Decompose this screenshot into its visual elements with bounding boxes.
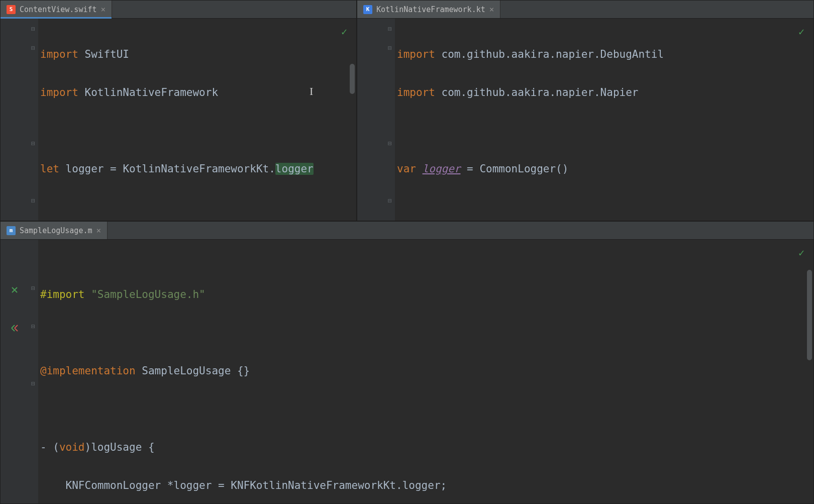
tab-bar: S ContentView.swift × bbox=[1, 1, 356, 19]
close-icon[interactable]: × bbox=[96, 226, 101, 235]
gutter: ⊟ ⊟ ⊟ ⊟ bbox=[357, 19, 395, 221]
fold-icon[interactable]: ⊟ bbox=[386, 26, 393, 33]
check-icon: ✓ bbox=[341, 26, 347, 38]
editor-pane-kotlin: K KotlinNativeFramework.kt × ⊟ ⊟ ⊟ ⊟ imp… bbox=[357, 0, 814, 221]
fold-icon[interactable]: ⊟ bbox=[30, 285, 37, 292]
code-area[interactable]: ⊟ ⊟ ⊟ ⊟ import com.github.aakira.napier.… bbox=[357, 19, 813, 221]
fold-icon[interactable]: ⊟ bbox=[30, 380, 37, 387]
gutter: ⊟ ⊟ ⊟ ⊟ bbox=[1, 19, 38, 221]
tab-kotlin-native[interactable]: K KotlinNativeFramework.kt × bbox=[357, 1, 500, 18]
editor-pane-objc: m SampleLogUsage.m × ⊟ ⊟ ⊟ #import "Samp… bbox=[0, 221, 814, 504]
fold-icon[interactable]: ⊟ bbox=[30, 197, 37, 205]
implements-icon[interactable] bbox=[11, 286, 19, 294]
tab-label: SampleLogUsage.m bbox=[20, 226, 92, 235]
fold-icon[interactable]: ⊟ bbox=[386, 197, 393, 205]
tab-bar: K KotlinNativeFramework.kt × bbox=[357, 1, 813, 19]
code-area[interactable]: ⊟ ⊟ ⊟ ⊟ import SwiftUI import KotlinNati… bbox=[1, 19, 356, 221]
override-icon[interactable] bbox=[11, 324, 19, 332]
tab-label: KotlinNativeFramework.kt bbox=[376, 5, 485, 14]
tab-contentview-swift[interactable]: S ContentView.swift × bbox=[1, 1, 112, 18]
fold-icon[interactable]: ⊟ bbox=[30, 45, 37, 52]
check-icon: ✓ bbox=[798, 247, 804, 259]
editor-pane-swift: S ContentView.swift × ⊟ ⊟ ⊟ ⊟ import Swi… bbox=[0, 0, 357, 221]
close-icon[interactable]: × bbox=[489, 5, 494, 14]
fold-icon[interactable]: ⊟ bbox=[30, 140, 37, 147]
tab-bar: m SampleLogUsage.m × bbox=[1, 222, 813, 240]
text-cursor-icon: I bbox=[310, 82, 313, 101]
objc-file-icon: m bbox=[7, 226, 16, 235]
swift-file-icon: S bbox=[7, 5, 16, 14]
scrollbar-vertical[interactable] bbox=[350, 64, 355, 94]
fold-icon[interactable]: ⊟ bbox=[386, 45, 393, 52]
code-content[interactable]: #import "SampleLogUsage.h" @implementati… bbox=[38, 240, 813, 503]
code-content[interactable]: import com.github.aakira.napier.DebugAnt… bbox=[395, 19, 813, 221]
tab-samplelogusage[interactable]: m SampleLogUsage.m × bbox=[1, 222, 108, 239]
close-icon[interactable]: × bbox=[101, 5, 106, 14]
kotlin-file-icon: K bbox=[363, 5, 372, 14]
fold-icon[interactable]: ⊟ bbox=[30, 26, 37, 33]
code-area[interactable]: ⊟ ⊟ ⊟ #import "SampleLogUsage.h" @implem… bbox=[1, 240, 813, 503]
check-icon: ✓ bbox=[798, 26, 804, 38]
fold-icon[interactable]: ⊟ bbox=[386, 140, 393, 147]
tab-label: ContentView.swift bbox=[20, 5, 97, 14]
code-content[interactable]: import SwiftUI import KotlinNativeFramew… bbox=[38, 19, 356, 221]
gutter: ⊟ ⊟ ⊟ bbox=[1, 240, 38, 503]
fold-icon[interactable]: ⊟ bbox=[30, 323, 37, 330]
scrollbar-vertical[interactable] bbox=[807, 270, 812, 360]
